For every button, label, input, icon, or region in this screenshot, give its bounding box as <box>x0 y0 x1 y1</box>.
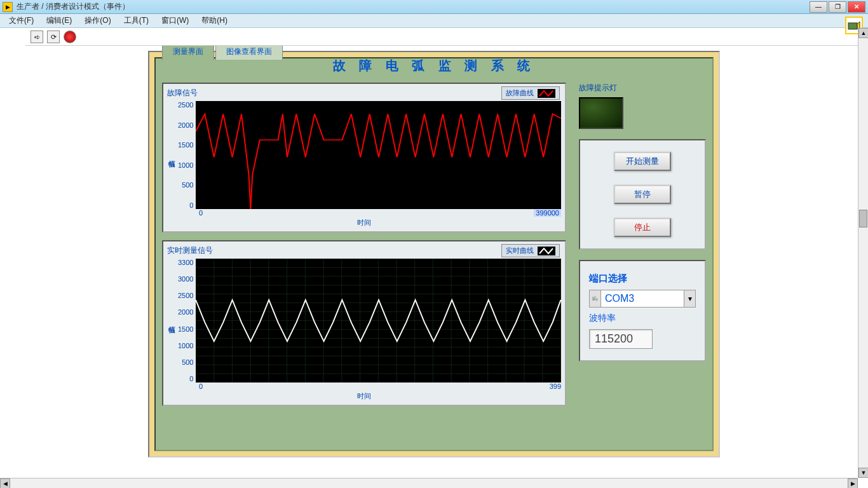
realtime-xlabel: 时间 <box>167 391 561 401</box>
chevron-down-icon[interactable]: ▾ <box>684 290 695 307</box>
abort-icon[interactable] <box>64 30 76 43</box>
indicator-label: 故障提示灯 <box>579 83 706 93</box>
fault-legend-label: 故障曲线 <box>506 88 534 98</box>
realtime-plot[interactable] <box>196 259 561 383</box>
window-title: 生产者 / 消费者设计模式（事件） <box>17 1 810 12</box>
menu-window[interactable]: 窗口(W) <box>156 14 194 27</box>
scroll-down-icon[interactable]: ▼ <box>858 468 868 478</box>
menu-tools[interactable]: 工具(T) <box>119 14 154 27</box>
realtime-chart: 实时测量信号 实时曲线 幅值 3300 3000 2500 <box>162 240 566 406</box>
baud-value[interactable]: 115200 <box>589 329 653 349</box>
tab-measure[interactable]: 测量界面 <box>162 46 214 60</box>
scrollbar-vertical[interactable]: ▲ ▼ <box>858 28 868 478</box>
pause-button[interactable]: 暂停 <box>614 185 671 204</box>
minimize-button[interactable]: — <box>810 1 827 13</box>
stop-button[interactable]: 停止 <box>614 218 671 237</box>
realtime-legend-label: 实时曲线 <box>506 246 534 255</box>
realtime-y-ticks: 3300 3000 2500 2000 1500 1000 500 0 <box>178 259 196 383</box>
workspace: 测量界面 图像查看界面 故 障 电 弧 监 测 系 统 故障信号 故障曲线 <box>0 46 868 488</box>
port-section-label: 端口选择 <box>589 273 696 285</box>
menu-file[interactable]: 文件(F) <box>4 14 39 27</box>
menu-operate[interactable]: 操作(O) <box>79 14 116 27</box>
fault-xlabel: 时间 <box>167 218 561 227</box>
close-button[interactable]: ✕ <box>848 1 865 13</box>
fault-legend[interactable]: 故障曲线 <box>501 86 560 100</box>
run-continuous-icon[interactable]: ⟳ <box>47 30 60 43</box>
fault-legend-swatch <box>538 89 555 98</box>
svg-rect-0 <box>848 23 857 29</box>
port-select[interactable]: I/₀ COM3 ▾ <box>589 290 696 308</box>
run-icon[interactable]: ➪ <box>31 30 43 43</box>
scrollbar-horizontal[interactable]: ◀ ▶ <box>0 478 858 488</box>
io-prefix-icon: I/₀ <box>590 290 601 307</box>
fault-led <box>579 97 623 129</box>
scroll-right-icon[interactable]: ▶ <box>848 478 858 488</box>
tab-image-view[interactable]: 图像查看界面 <box>215 46 283 60</box>
toolbar: ➪ ⟳ <box>25 28 868 46</box>
port-panel: 端口选择 I/₀ COM3 ▾ 波特率 115200 <box>579 260 706 362</box>
indicator-area: 故障提示灯 <box>579 83 706 129</box>
scroll-thumb[interactable] <box>859 210 867 227</box>
menu-help[interactable]: 帮助(H) <box>196 14 233 27</box>
menu-edit[interactable]: 编辑(E) <box>41 14 77 27</box>
button-panel: 开始测量 暂停 停止 <box>579 139 706 250</box>
panel-inner: 测量界面 图像查看界面 故 障 电 弧 监 测 系 统 故障信号 故障曲线 <box>154 57 714 451</box>
menubar: 文件(F) 编辑(E) 操作(O) 工具(T) 窗口(W) 帮助(H) <box>0 14 868 28</box>
realtime-x-ticks: 0 399 <box>199 383 561 390</box>
panel-outer: 测量界面 图像查看界面 故 障 电 弧 监 测 系 统 故障信号 故障曲线 <box>148 51 720 458</box>
realtime-legend[interactable]: 实时曲线 <box>501 244 560 257</box>
realtime-legend-swatch <box>538 247 555 255</box>
fault-x-ticks: 0 399000 <box>199 209 561 217</box>
baud-label: 波特率 <box>589 313 696 324</box>
scroll-up-icon[interactable]: ▲ <box>858 28 868 38</box>
maximize-button[interactable]: ❐ <box>829 1 846 13</box>
fault-chart: 故障信号 故障曲线 幅值 2500 2000 1500 <box>162 83 566 233</box>
start-button[interactable]: 开始测量 <box>614 152 671 171</box>
titlebar: ▶ 生产者 / 消费者设计模式（事件） — ❐ ✕ <box>0 0 868 14</box>
app-title: 故 障 电 弧 监 测 系 统 <box>333 57 536 74</box>
port-value: COM3 <box>601 290 684 307</box>
scroll-left-icon[interactable]: ◀ <box>0 478 10 488</box>
fault-y-ticks: 2500 2000 1500 1000 500 0 <box>178 101 196 209</box>
fault-plot[interactable] <box>196 101 561 209</box>
app-icon: ▶ <box>3 2 13 12</box>
